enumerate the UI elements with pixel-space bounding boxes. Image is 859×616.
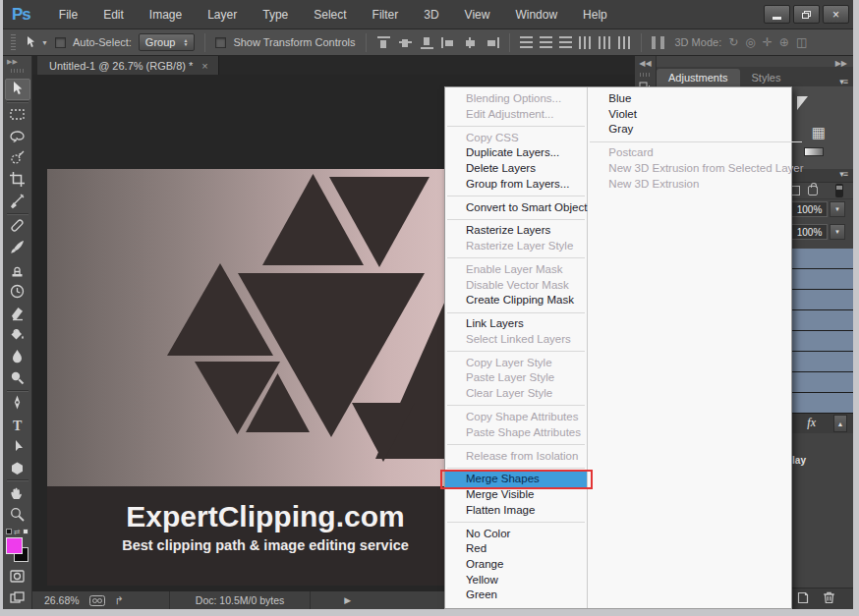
menu-item-merge-visible[interactable]: Merge Visible [445, 487, 587, 503]
tool-eraser[interactable] [5, 302, 30, 323]
align-right-icon[interactable] [485, 36, 499, 49]
layers-panel-menu-icon[interactable]: ▾≡ [839, 169, 853, 182]
tool-path-selection[interactable] [5, 435, 30, 457]
toolbar-collapse-icon[interactable]: ▶▶ [3, 56, 18, 66]
align-bottom-icon[interactable] [420, 36, 434, 49]
3d-slide-icon[interactable]: ⊕ [779, 35, 789, 49]
group-dropdown[interactable]: Group ▲▼ [139, 33, 196, 51]
screen-mode-icon[interactable] [5, 588, 30, 609]
menu-item-gray[interactable]: Gray [588, 122, 803, 138]
3d-drag-icon[interactable]: ✛ [763, 35, 773, 49]
menu-item-blue[interactable]: Blue [588, 91, 803, 107]
menu-item-rasterize-layers[interactable]: Rasterize Layers [445, 223, 587, 239]
opacity-slider-icon[interactable] [835, 184, 843, 197]
distribute-right-icon[interactable] [618, 36, 631, 49]
tool-clone-stamp[interactable] [5, 258, 30, 280]
tool-crop[interactable] [5, 168, 30, 190]
3d-rotate-icon[interactable]: ↻ [728, 35, 738, 49]
tool-history-brush[interactable] [5, 280, 30, 302]
tool-lasso[interactable] [5, 125, 30, 146]
menu-view[interactable]: View [452, 8, 503, 22]
menu-edit[interactable]: Edit [90, 8, 137, 22]
align-top-icon[interactable] [376, 36, 391, 49]
tool-hand[interactable] [5, 481, 30, 503]
document-size-info[interactable]: Doc: 10.5M/0 bytes [169, 591, 311, 609]
minimize-button[interactable] [764, 5, 790, 24]
menu-item-duplicate-layers[interactable]: Duplicate Layers... [445, 145, 587, 161]
menu-select[interactable]: Select [301, 8, 359, 22]
menu-item-green[interactable]: Green [445, 588, 587, 603]
mini-bridge-icon[interactable] [89, 595, 105, 606]
tab-close-icon[interactable]: × [201, 60, 207, 72]
zoom-level-field[interactable]: 26.68% [44, 594, 80, 606]
lock-all-icon[interactable] [808, 186, 818, 196]
tool-dodge[interactable] [5, 367, 30, 389]
opacity-dropdown-icon[interactable]: ▼ [830, 201, 845, 217]
restore-button[interactable] [793, 5, 820, 24]
scrollbar-up-button[interactable]: ▲ [833, 415, 847, 432]
menu-item-yellow[interactable]: Yellow [445, 573, 587, 588]
menu-window[interactable]: Window [502, 8, 570, 22]
menu-item-no-color[interactable]: No Color [445, 527, 587, 542]
menu-layer[interactable]: Layer [195, 8, 250, 22]
tool-quick-selection[interactable] [5, 146, 30, 168]
panel-menu-icon[interactable]: ▾≡ [839, 77, 853, 86]
menu-item-group-from-layers[interactable]: Group from Layers... [445, 177, 587, 193]
tool-brush[interactable] [5, 237, 30, 258]
menu-item-merge-shapes[interactable]: Merge Shapes [445, 472, 587, 487]
3d-roll-icon[interactable]: ◎ [745, 35, 755, 49]
status-arrow-icon[interactable]: ▶ [344, 595, 351, 605]
tool-spot-healing-brush[interactable] [5, 215, 30, 237]
auto-select-checkbox[interactable] [55, 37, 66, 48]
tool-pen[interactable] [5, 392, 30, 414]
close-button[interactable]: × [823, 5, 849, 24]
swap-colors-icon[interactable]: ⇄ [3, 528, 29, 536]
menu-item-link-layers[interactable]: Link Layers [445, 316, 587, 332]
align-horizontal-center-icon[interactable] [463, 36, 478, 49]
fx-icon[interactable]: fx [807, 416, 816, 430]
distribute-left-icon[interactable] [579, 36, 592, 49]
menu-file[interactable]: File [46, 8, 90, 22]
menu-item-create-clipping-mask[interactable]: Create Clipping Mask [445, 293, 587, 308]
move-tool-preset-icon[interactable]: ▼ [25, 35, 48, 49]
3d-scale-icon[interactable]: ◫ [796, 35, 807, 49]
fill-dropdown-icon[interactable]: ▼ [830, 224, 845, 240]
menu-item-convert-to-smart-object[interactable]: Convert to Smart Object [445, 200, 587, 216]
auto-align-layers-icon[interactable] [652, 36, 664, 49]
distribute-horizontal-center-icon[interactable] [599, 36, 611, 49]
menu-type[interactable]: Type [250, 8, 301, 22]
tool-shape[interactable] [5, 457, 30, 478]
tab-styles[interactable]: Styles [740, 69, 793, 86]
tool-paint-bucket[interactable] [5, 323, 30, 345]
foreground-color-swatch[interactable] [6, 537, 23, 554]
quick-mask-mode-icon[interactable] [5, 566, 30, 588]
menu-3d[interactable]: 3D [411, 8, 451, 22]
tool-eyedropper[interactable] [5, 191, 30, 212]
menu-item-orange[interactable]: Orange [445, 557, 587, 573]
adjustment-gradient-map-icon[interactable] [804, 147, 824, 156]
distribute-bottom-icon[interactable] [559, 36, 572, 49]
export-icon[interactable]: ↱ [115, 594, 124, 607]
menu-item-red[interactable]: Red [445, 541, 587, 557]
menu-item-violet[interactable]: Violet [588, 107, 803, 123]
document-tab[interactable]: Untitled-1 @ 26.7% (RGB/8) * × [37, 56, 219, 75]
show-transform-checkbox[interactable] [215, 37, 226, 48]
menu-help[interactable]: Help [570, 8, 620, 22]
align-vertical-center-icon[interactable] [398, 36, 413, 49]
adjustment-channel-mixer-icon[interactable]: ▦ [812, 124, 826, 141]
align-left-icon[interactable] [441, 36, 456, 49]
menu-filter[interactable]: Filter [360, 8, 412, 22]
menu-image[interactable]: Image [137, 8, 195, 22]
delete-layer-icon[interactable] [823, 590, 835, 608]
distribute-vertical-center-icon[interactable] [540, 36, 552, 49]
menu-item-delete-layers[interactable]: Delete Layers [445, 161, 587, 177]
collapse-right-icon[interactable]: ▶▶ [657, 56, 853, 67]
distribute-top-icon[interactable] [520, 36, 533, 49]
collapse-left-icon[interactable]: ◀◀ [635, 56, 656, 68]
tool-zoom[interactable] [5, 503, 30, 525]
tab-adjustments[interactable]: Adjustments [657, 69, 740, 86]
tool-blur[interactable] [5, 346, 30, 367]
tool-rectangular-marquee[interactable] [5, 103, 30, 125]
menu-item-flatten-image[interactable]: Flatten Image [445, 503, 587, 519]
tool-type[interactable]: T [5, 414, 30, 435]
